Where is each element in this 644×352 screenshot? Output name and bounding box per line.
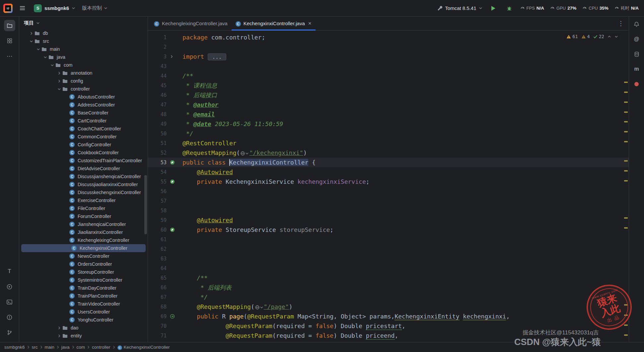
tree-item-TrainDayController[interactable]: CTrainDayController: [19, 284, 148, 292]
code-text[interactable]: @RequestParam(required = false) Double p…: [182, 331, 398, 340]
tree-item-TrainPlanController[interactable]: CTrainPlanController: [19, 292, 148, 300]
code-line[interactable]: 44/**: [148, 71, 629, 81]
line-number[interactable]: 71: [148, 333, 169, 339]
line-number[interactable]: 55: [148, 179, 169, 185]
breadcrumb-item-java[interactable]: java: [60, 345, 71, 350]
code-line[interactable]: 49 * @date 2023-05-26 11:50:59: [148, 119, 629, 129]
code-line[interactable]: 55 private KechengxinxiService kechengxi…: [148, 177, 629, 186]
line-number[interactable]: 58: [148, 208, 169, 214]
code-line[interactable]: 52@RequestMapping("/kechengxinxi"): [148, 148, 629, 158]
tree-item-java[interactable]: java: [19, 53, 148, 61]
tree-item-BaseController[interactable]: CBaseController: [19, 109, 148, 117]
database-icon[interactable]: [632, 49, 642, 59]
tree-item-DiscusskechengxinxiController[interactable]: CDiscusskechengxinxiController: [19, 188, 148, 196]
code-line[interactable]: 51@RestController: [148, 138, 629, 148]
code-line[interactable]: 56: [148, 186, 629, 196]
breadcrumb-item-KechengxinxiController[interactable]: CKechengxinxiController: [116, 345, 171, 350]
project-panel-header[interactable]: 项目: [19, 17, 148, 29]
tree-item-TrainVideoController[interactable]: CTrainVideoController: [19, 300, 148, 308]
chevron-right-icon[interactable]: [56, 79, 62, 83]
code-line[interactable]: 65 /**: [148, 273, 629, 283]
url-mapping-icon[interactable]: [240, 151, 249, 156]
tree-item-KechengleixingController[interactable]: CKechengleixingController: [19, 236, 148, 244]
code-text[interactable]: */: [182, 129, 193, 138]
line-number[interactable]: 43: [148, 63, 169, 69]
code-line[interactable]: 68 @RequestMapping("/page"): [148, 302, 629, 312]
code-line[interactable]: 1package com.controller;: [148, 33, 629, 42]
code-line[interactable]: 58: [148, 206, 629, 215]
breadcrumb-item-src[interactable]: src: [31, 345, 39, 350]
tree-item-dao[interactable]: dao: [19, 324, 148, 332]
code-text[interactable]: @RequestMapping("/page"): [182, 302, 292, 312]
line-number[interactable]: 59: [148, 217, 169, 223]
tree-item-FileController[interactable]: CFileController: [19, 204, 148, 212]
project-widget[interactable]: S ssmbgnk6: [32, 3, 77, 14]
tree-item-JiaolianxinxiController[interactable]: CJiaolianxinxiController: [19, 228, 148, 236]
chevron-right-icon[interactable]: [56, 334, 62, 338]
line-number[interactable]: 52: [148, 150, 169, 156]
tool-window-structure-button[interactable]: [4, 35, 15, 46]
chevron-down-icon[interactable]: [42, 55, 48, 59]
code-line[interactable]: 60 private StoreupService storeupService…: [148, 225, 629, 235]
next-problem-icon[interactable]: [614, 35, 618, 38]
error-stripe-mark[interactable]: [624, 324, 628, 326]
tree-item-controller[interactable]: controller: [19, 85, 148, 93]
tab-KechengxinxiController.java[interactable]: CKechengxinxiController.java×: [232, 17, 316, 30]
line-number[interactable]: 68: [148, 304, 169, 310]
code-text[interactable]: * @email: [182, 109, 215, 119]
problems-button[interactable]: [4, 312, 15, 323]
chevron-right-icon[interactable]: [56, 326, 62, 330]
line-number[interactable]: 66: [148, 285, 169, 291]
version-control-branch-button[interactable]: [4, 327, 15, 338]
tree-item-AboutusController[interactable]: CAboutusController: [19, 93, 148, 101]
tree-item-CartController[interactable]: CCartController: [19, 117, 148, 125]
tree-item-OrdersController[interactable]: COrdersController: [19, 260, 148, 268]
tree-item-annotation[interactable]: annotation: [19, 69, 148, 77]
error-stripe-mark[interactable]: [624, 227, 628, 229]
code-text[interactable]: */: [182, 292, 208, 302]
error-stripe-mark[interactable]: [624, 160, 628, 162]
tab-KechengleixingController.java[interactable]: CKechengleixingController.java: [150, 17, 232, 30]
breadcrumb-item-main[interactable]: main: [44, 345, 55, 350]
url-mapping-icon[interactable]: [255, 305, 263, 310]
debug-button[interactable]: [504, 3, 514, 13]
code-line[interactable]: 3import ...: [148, 52, 629, 61]
line-number[interactable]: 47: [148, 102, 169, 108]
line-number[interactable]: 60: [148, 227, 169, 233]
code-line[interactable]: 2: [148, 42, 629, 52]
code-text[interactable]: /**: [182, 71, 193, 81]
tree-item-main[interactable]: main: [19, 45, 148, 53]
line-number[interactable]: 46: [148, 92, 169, 98]
code-text[interactable]: private StoreupService storeupService;: [182, 225, 333, 235]
editor[interactable]: 1package com.controller;23import ... 434…: [148, 31, 629, 342]
code-area[interactable]: 1package com.controller;23import ... 434…: [148, 33, 629, 340]
close-icon[interactable]: ×: [308, 20, 312, 27]
breadcrumb-item-com[interactable]: com: [76, 345, 86, 350]
code-text[interactable]: public R page(@RequestParam Map<String, …: [182, 312, 510, 321]
tree-item-CookbookController[interactable]: CCookbookController: [19, 149, 148, 157]
code-text[interactable]: @RequestMapping("/kechengxinxi"): [182, 148, 307, 158]
line-number[interactable]: 49: [148, 121, 169, 127]
line-number[interactable]: 2: [148, 44, 169, 50]
chevron-down-icon[interactable]: [49, 63, 55, 67]
weak-warnings-count[interactable]: 4: [581, 34, 590, 39]
code-line[interactable]: 48 * @email: [148, 109, 629, 119]
previous-problem-icon[interactable]: [608, 35, 611, 38]
line-number[interactable]: 51: [148, 140, 169, 146]
code-text[interactable]: * 课程信息: [182, 81, 217, 90]
run-button[interactable]: [488, 3, 498, 13]
code-line[interactable]: 69 public R page(@RequestParam Map<Strin…: [148, 312, 629, 321]
tree-item-JianshenqicaiController[interactable]: CJianshenqicaiController: [19, 220, 148, 228]
chevron-down-icon[interactable]: [56, 87, 62, 91]
tree-item-AddressController[interactable]: CAddressController: [19, 101, 148, 109]
line-number[interactable]: 61: [148, 237, 169, 243]
chevron-right-icon[interactable]: [56, 71, 62, 75]
code-line[interactable]: 57: [148, 196, 629, 206]
tree-item-CommonController[interactable]: CCommonController: [19, 133, 148, 141]
code-line[interactable]: 61: [148, 235, 629, 244]
error-stripe-mark[interactable]: [624, 121, 628, 122]
plugin-icon[interactable]: [632, 79, 642, 89]
code-text[interactable]: @Autowired: [182, 215, 233, 225]
terminal-button[interactable]: [4, 296, 15, 308]
hamburger-menu-icon[interactable]: [17, 3, 27, 13]
